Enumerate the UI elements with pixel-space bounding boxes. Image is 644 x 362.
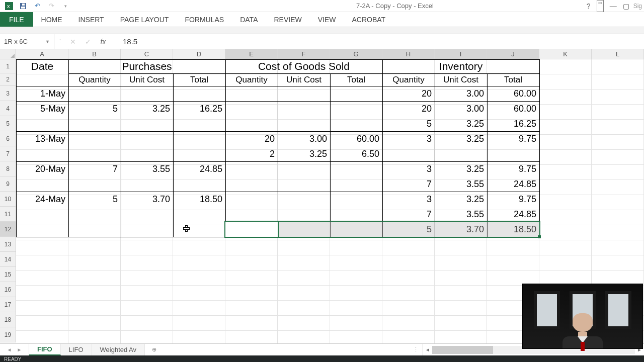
cell-i-qty[interactable]: 7 [382, 207, 435, 222]
col-header-B[interactable]: B [68, 49, 121, 59]
row-header-11[interactable]: 11 [0, 207, 16, 222]
subheader[interactable]: Quantity [382, 73, 435, 86]
cell-c-total[interactable]: 60.00 [330, 131, 382, 146]
cell-i-cost[interactable]: 3.25 [435, 192, 487, 207]
tab-insert[interactable]: INSERT [70, 12, 112, 27]
cell-i-qty[interactable]: 3 [382, 131, 435, 146]
col-header-L[interactable]: L [592, 49, 644, 59]
col-header-G[interactable]: G [330, 49, 382, 59]
header-purchases[interactable]: Purchases [68, 59, 225, 73]
col-header-C[interactable]: C [121, 49, 173, 59]
maximize-icon[interactable]: ▢ [623, 0, 629, 12]
cell-i-qty[interactable]: 20 [382, 101, 435, 116]
cell-i-total[interactable]: 60.00 [487, 101, 539, 116]
cell-i-total[interactable]: 16.25 [487, 116, 539, 131]
cell-date[interactable]: 24-May [16, 192, 68, 207]
row-header-7[interactable]: 7 [0, 146, 16, 161]
col-header-D[interactable]: D [173, 49, 225, 59]
cell-p-cost[interactable]: 3.70 [121, 192, 173, 207]
file-tab[interactable]: FILE [0, 12, 33, 27]
col-header-F[interactable]: F [278, 49, 330, 59]
ribbon-display-icon[interactable]: ▭ [597, 0, 604, 12]
sheet-tab-lifo[interactable]: LIFO [61, 344, 92, 355]
sign-in-truncated[interactable]: Sig [633, 0, 644, 12]
cell-i-qty[interactable]: 5 [382, 116, 435, 131]
cell-i-qty[interactable]: 20 [382, 86, 435, 101]
subheader[interactable]: Total [487, 73, 539, 86]
enter-icon[interactable]: ✓ [80, 38, 96, 46]
cell-date[interactable]: 13-May [16, 131, 68, 146]
cell-p-qty[interactable]: 7 [68, 161, 121, 176]
row-header-19[interactable]: 19 [0, 327, 16, 342]
new-sheet-icon[interactable]: ⊕ [145, 344, 163, 355]
row-header-3[interactable]: 3 [0, 86, 16, 101]
cell-date[interactable]: 5-May [16, 101, 68, 116]
cell-i-cost[interactable]: 3.25 [435, 116, 487, 131]
row-header-9[interactable]: 9 [0, 176, 16, 192]
subheader[interactable]: Unit Cost [435, 73, 487, 86]
header-inventory[interactable]: Inventory [382, 59, 539, 73]
cell-i-total[interactable]: 9.75 [487, 161, 539, 176]
cell-c-cost[interactable]: 3.25 [278, 146, 330, 161]
prev-sheet-icon[interactable]: ◄ [7, 347, 12, 352]
next-sheet-icon[interactable]: ► [17, 347, 22, 352]
cell-i-cost[interactable]: 3.00 [435, 86, 487, 101]
subheader[interactable]: Quantity [68, 73, 121, 86]
subheader[interactable]: Total [330, 73, 382, 86]
cell-c-qty[interactable]: 20 [225, 131, 278, 146]
cell-i-total[interactable]: 60.00 [487, 86, 539, 101]
cell-i-total[interactable]: 18.50 [487, 222, 539, 237]
row-header-10[interactable]: 10 [0, 192, 16, 207]
cell-c-total[interactable]: 6.50 [330, 146, 382, 161]
row-header-17[interactable]: 17 [0, 297, 16, 312]
tab-data[interactable]: DATA [232, 12, 266, 27]
cell-i-total[interactable]: 9.75 [487, 192, 539, 207]
cell-i-total[interactable]: 24.85 [487, 176, 539, 192]
name-box-dropdown-icon[interactable]: ▼ [43, 39, 52, 44]
cell-i-total[interactable]: 24.85 [487, 207, 539, 222]
tab-view[interactable]: VIEW [310, 12, 344, 27]
cell-i-cost[interactable]: 3.25 [435, 161, 487, 176]
cell-i-total[interactable]: 9.75 [487, 131, 539, 146]
cell-p-total[interactable]: 16.25 [173, 101, 225, 116]
cell-p-total[interactable]: 18.50 [173, 192, 225, 207]
undo-icon[interactable]: ↶ [30, 0, 44, 12]
cell-date[interactable]: 20-May [16, 161, 68, 176]
cell-i-cost[interactable]: 3.25 [435, 131, 487, 146]
header-cogs[interactable]: Cost of Goods Sold [225, 59, 382, 73]
cell-i-cost[interactable]: 3.55 [435, 176, 487, 192]
scroll-thumb[interactable] [432, 346, 493, 354]
col-header-J[interactable]: J [487, 49, 539, 59]
row-header-1[interactable]: 1 [0, 59, 16, 73]
qat-dropdown-icon[interactable]: ▾ [58, 0, 72, 12]
col-header-I[interactable]: I [435, 49, 487, 59]
cell-c-cost[interactable]: 3.00 [278, 131, 330, 146]
row-header-15[interactable]: 15 [0, 267, 16, 282]
cell-date[interactable]: 1-May [16, 86, 68, 101]
help-icon[interactable]: ? [587, 0, 591, 12]
tab-formulas[interactable]: FORMULAS [177, 12, 232, 27]
minimize-icon[interactable]: — [610, 0, 617, 12]
cell-p-qty[interactable]: 5 [68, 101, 121, 116]
row-header-13[interactable]: 13 [0, 237, 16, 252]
scroll-left-icon[interactable]: ◄ [423, 347, 432, 352]
tab-page-layout[interactable]: PAGE LAYOUT [112, 12, 177, 27]
cell-c-qty[interactable]: 2 [225, 146, 278, 161]
row-header-18[interactable]: 18 [0, 312, 16, 327]
row-header-12[interactable]: 12 [0, 222, 16, 237]
subheader[interactable]: Unit Cost [278, 73, 330, 86]
select-all-corner[interactable] [0, 49, 16, 59]
col-header-K[interactable]: K [539, 49, 592, 59]
header-date[interactable]: Date [16, 59, 68, 73]
tab-split-handle[interactable]: ⋮ [409, 344, 423, 355]
col-header-E[interactable]: E [225, 49, 278, 59]
row-header-14[interactable]: 14 [0, 252, 16, 267]
subheader[interactable]: Unit Cost [121, 73, 173, 86]
sheet-nav[interactable]: ◄ ► [0, 344, 29, 355]
subheader[interactable]: Quantity [225, 73, 278, 86]
tab-review[interactable]: REVIEW [266, 12, 309, 27]
cell-p-cost[interactable]: 3.25 [121, 101, 173, 116]
col-header-H[interactable]: H [382, 49, 435, 59]
redo-icon[interactable]: ↷ [44, 0, 58, 12]
cell-i-qty[interactable]: 3 [382, 192, 435, 207]
